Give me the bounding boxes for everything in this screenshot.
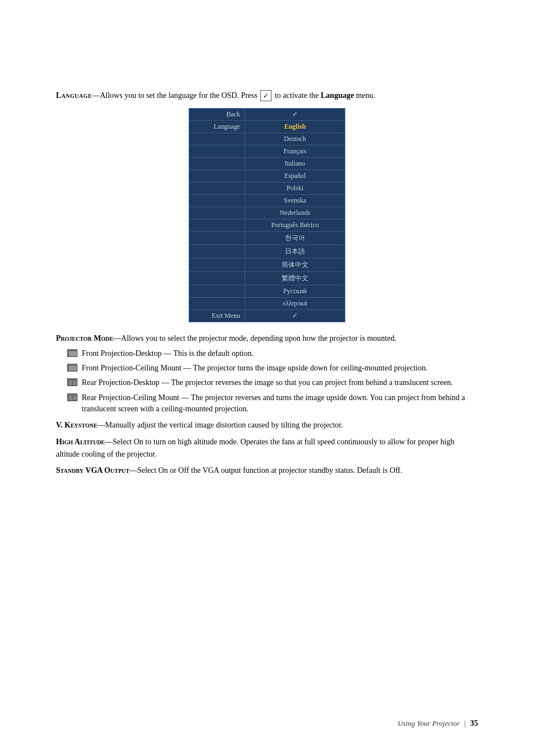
language-desc-before: —Allows you to set the language for the … bbox=[92, 91, 257, 100]
simplified-chinese-option[interactable]: 简体中文 bbox=[245, 259, 345, 271]
deutsch-label-empty bbox=[189, 133, 245, 145]
korean-label-empty bbox=[189, 232, 245, 245]
back-value: ✓ bbox=[245, 109, 345, 120]
greek-row[interactable]: ελληνικά bbox=[189, 298, 345, 310]
front-desktop-icon bbox=[67, 349, 77, 357]
svg-rect-2 bbox=[68, 365, 77, 371]
language-desc-after: to activate the Language menu. bbox=[275, 91, 375, 100]
svg-rect-8 bbox=[71, 394, 74, 395]
italiano-row[interactable]: Italiano bbox=[189, 158, 345, 170]
traditional-chinese-label-empty bbox=[189, 272, 245, 285]
page-footer: Using Your Projector | 35 bbox=[397, 719, 478, 728]
nederlands-option[interactable]: Nederlands bbox=[245, 207, 345, 219]
front-desktop-text: Front Projection-Desktop — This is the d… bbox=[82, 348, 254, 359]
high-altitude-text: —Select On to turn on high altitude mode… bbox=[56, 438, 455, 458]
language-label: Language bbox=[189, 121, 245, 133]
greek-option[interactable]: ελληνικά bbox=[245, 298, 345, 309]
keystone-section: V. Keystone—Manually adjust the vertical… bbox=[56, 419, 478, 431]
back-row: Back ✓ bbox=[189, 109, 345, 121]
nederlands-label-empty bbox=[189, 207, 245, 219]
svg-rect-3 bbox=[71, 364, 74, 365]
english-option[interactable]: English bbox=[245, 121, 345, 133]
rear-ceiling-icon bbox=[67, 393, 77, 401]
projector-mode-list: Front Projection-Desktop — This is the d… bbox=[67, 348, 478, 415]
exit-menu-row[interactable]: Exit Menu ✓ bbox=[189, 310, 345, 322]
list-item: Rear Projection-Desktop — The projector … bbox=[67, 377, 478, 388]
espanol-row[interactable]: Español bbox=[189, 170, 345, 182]
standby-vga-text: —Select On or Off the VGA output functio… bbox=[129, 466, 402, 475]
exit-menu-value: ✓ bbox=[245, 310, 345, 322]
language-term: Language bbox=[56, 91, 92, 100]
projector-mode-text: —Allows you to select the projector mode… bbox=[113, 334, 396, 342]
francais-option[interactable]: Français bbox=[245, 145, 345, 157]
simplified-chinese-label-empty bbox=[189, 259, 245, 271]
front-ceiling-icon bbox=[67, 364, 77, 372]
list-item: Front Projection-Ceiling Mount — The pro… bbox=[67, 363, 478, 374]
traditional-chinese-row[interactable]: 繁體中文 bbox=[189, 272, 345, 285]
page-number: 35 bbox=[470, 719, 478, 728]
svg-rect-1 bbox=[71, 356, 74, 357]
keystone-desc: V. Keystone—Manually adjust the vertical… bbox=[56, 419, 478, 431]
language-menu: Back ✓ Language English Deutsch Français… bbox=[189, 108, 345, 322]
francais-label-empty bbox=[189, 145, 245, 157]
rear-desktop-text: Rear Projection-Desktop — The projector … bbox=[82, 377, 453, 388]
high-altitude-section: High Altitude—Select On to turn on high … bbox=[56, 436, 478, 460]
portugues-label-empty bbox=[189, 219, 245, 231]
portugues-row[interactable]: Português Ibérico bbox=[189, 219, 345, 232]
language-menu-ref: Language bbox=[321, 91, 354, 100]
simplified-chinese-row[interactable]: 简体中文 bbox=[189, 259, 345, 272]
language-row: Language English bbox=[189, 121, 345, 133]
standby-vga-section: Standby VGA Output—Select On or Off the … bbox=[56, 464, 478, 477]
polski-row[interactable]: Polski bbox=[189, 182, 345, 195]
francais-row[interactable]: Français bbox=[189, 145, 345, 158]
svenska-row[interactable]: Svenska bbox=[189, 195, 345, 207]
list-item: Rear Projection-Ceiling Mount — The proj… bbox=[67, 392, 478, 415]
standby-vga-term: Standby VGA Output bbox=[56, 466, 129, 475]
exit-menu-label[interactable]: Exit Menu bbox=[189, 310, 245, 322]
traditional-chinese-option[interactable]: 繁體中文 bbox=[245, 272, 345, 285]
russian-label-empty bbox=[189, 285, 245, 297]
rear-desktop-icon bbox=[67, 378, 77, 386]
greek-label-empty bbox=[189, 298, 245, 309]
korean-row[interactable]: 한국어 bbox=[189, 232, 345, 245]
italiano-label-empty bbox=[189, 158, 245, 170]
keystone-text: —Manually adjust the vertical image dist… bbox=[97, 421, 343, 429]
language-description: Language—Allows you to set the language … bbox=[56, 90, 478, 101]
polski-option[interactable]: Polski bbox=[245, 182, 345, 194]
footer-text: Using Your Projector bbox=[397, 719, 460, 728]
projector-mode-term: Projector Mode bbox=[56, 334, 113, 342]
checkmark-button: ✓ bbox=[260, 90, 271, 101]
high-altitude-desc: High Altitude—Select On to turn on high … bbox=[56, 436, 478, 460]
svenska-option[interactable]: Svenska bbox=[245, 195, 345, 206]
korean-option[interactable]: 한국어 bbox=[245, 232, 345, 245]
page-content: Language—Allows you to set the language … bbox=[0, 0, 534, 526]
russian-option[interactable]: Русский bbox=[245, 285, 345, 297]
japanese-option[interactable]: 日本語 bbox=[245, 245, 345, 258]
footer-separator: | bbox=[464, 719, 466, 728]
back-label: Back bbox=[189, 109, 245, 120]
list-item: Front Projection-Desktop — This is the d… bbox=[67, 348, 478, 359]
espanol-label-empty bbox=[189, 170, 245, 182]
projector-mode-section: Projector Mode—Allows you to select the … bbox=[56, 332, 478, 415]
nederlands-row[interactable]: Nederlands bbox=[189, 207, 345, 219]
portugues-option[interactable]: Português Ibérico bbox=[245, 219, 345, 231]
italiano-option[interactable]: Italiano bbox=[245, 158, 345, 170]
keystone-term: V. Keystone bbox=[56, 421, 97, 429]
deutsch-option[interactable]: Deutsch bbox=[245, 133, 345, 145]
svenska-label-empty bbox=[189, 195, 245, 206]
polski-label-empty bbox=[189, 182, 245, 194]
rear-ceiling-text: Rear Projection-Ceiling Mount — The proj… bbox=[82, 392, 478, 415]
japanese-row[interactable]: 日本語 bbox=[189, 245, 345, 259]
deutsch-row[interactable]: Deutsch bbox=[189, 133, 345, 145]
espanol-option[interactable]: Español bbox=[245, 170, 345, 182]
projector-mode-desc: Projector Mode—Allows you to select the … bbox=[56, 332, 478, 345]
japanese-label-empty bbox=[189, 245, 245, 258]
svg-rect-0 bbox=[68, 351, 77, 356]
high-altitude-term: High Altitude bbox=[56, 438, 105, 446]
standby-vga-desc: Standby VGA Output—Select On or Off the … bbox=[56, 464, 478, 477]
front-ceiling-text: Front Projection-Ceiling Mount — The pro… bbox=[82, 363, 428, 374]
russian-row[interactable]: Русский bbox=[189, 285, 345, 298]
